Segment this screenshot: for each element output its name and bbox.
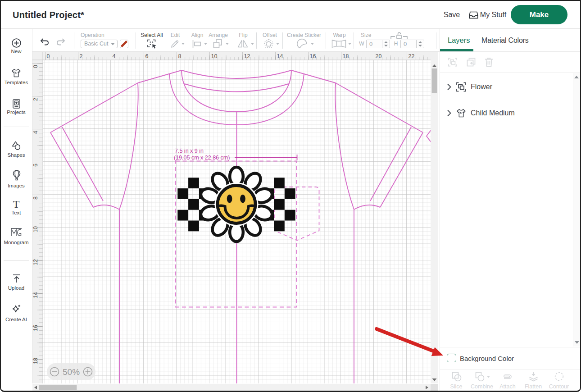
svg-text:4: 4	[113, 53, 116, 59]
svg-text:50%: 50%	[63, 367, 80, 377]
svg-text:6: 6	[145, 53, 149, 59]
svg-text:7.5 in x 9 in: 7.5 in x 9 in	[175, 148, 204, 154]
svg-text:18: 18	[32, 358, 39, 364]
svg-text:(19.05 cm x 22.86 cm): (19.05 cm x 22.86 cm)	[174, 155, 230, 161]
svg-text:0: 0	[47, 53, 50, 59]
svg-text:8: 8	[32, 196, 39, 200]
svg-text:16: 16	[310, 53, 316, 59]
svg-text:12: 12	[244, 53, 250, 59]
svg-text:0: 0	[32, 65, 39, 68]
svg-text:10: 10	[211, 53, 218, 59]
svg-text:4: 4	[32, 131, 39, 134]
svg-text:10: 10	[32, 226, 39, 232]
svg-text:20: 20	[376, 53, 382, 59]
svg-text:18: 18	[343, 53, 349, 59]
svg-text:12: 12	[32, 259, 39, 265]
svg-text:6: 6	[32, 164, 39, 167]
svg-text:14: 14	[32, 292, 39, 298]
svg-text:16: 16	[32, 325, 39, 331]
svg-text:22: 22	[409, 53, 415, 59]
svg-text:2: 2	[32, 98, 39, 101]
svg-text:8: 8	[178, 53, 182, 59]
svg-text:2: 2	[80, 53, 83, 59]
svg-text:14: 14	[277, 53, 283, 59]
